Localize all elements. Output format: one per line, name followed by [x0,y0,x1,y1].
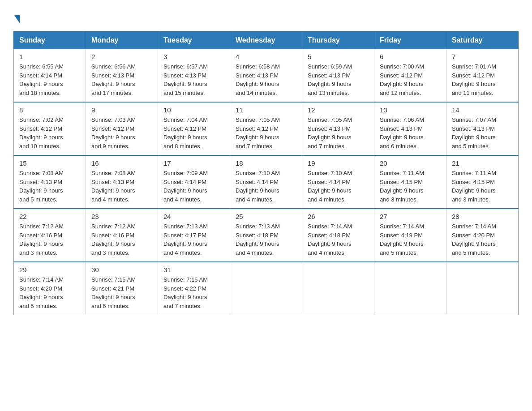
logo-triangle-icon [14,15,20,23]
day-info: Sunrise: 7:02 AMSunset: 4:12 PMDaylight:… [19,116,80,150]
day-number: 14 [452,106,513,114]
calendar-day-cell: 5 Sunrise: 6:59 AMSunset: 4:13 PMDayligh… [302,49,374,103]
calendar-day-cell: 4 Sunrise: 6:58 AMSunset: 4:13 PMDayligh… [230,49,302,103]
day-info: Sunrise: 6:58 AMSunset: 4:13 PMDaylight:… [236,62,296,97]
day-number: 21 [452,159,513,167]
day-number: 20 [380,159,441,167]
day-number: 5 [308,53,369,60]
calendar-day-cell: 13 Sunrise: 7:06 AMSunset: 4:13 PMDaylig… [374,102,446,155]
day-info: Sunrise: 7:10 AMSunset: 4:14 PMDaylight:… [236,169,296,204]
day-info: Sunrise: 7:14 AMSunset: 4:20 PMDaylight:… [19,275,80,310]
day-number: 16 [91,159,152,167]
calendar-day-cell: 9 Sunrise: 7:03 AMSunset: 4:12 PMDayligh… [86,102,158,155]
day-info: Sunrise: 7:15 AMSunset: 4:22 PMDaylight:… [163,275,224,310]
weekday-header-thursday: Thursday [302,32,374,49]
calendar-day-cell: 23 Sunrise: 7:12 AMSunset: 4:16 PMDaylig… [86,209,158,262]
day-info: Sunrise: 6:57 AMSunset: 4:13 PMDaylight:… [163,62,224,97]
day-number: 13 [380,106,441,114]
day-info: Sunrise: 7:10 AMSunset: 4:14 PMDaylight:… [308,169,369,204]
logo [13,14,20,23]
day-info: Sunrise: 7:11 AMSunset: 4:15 PMDaylight:… [380,169,441,204]
page-header [13,11,519,23]
calendar-day-cell: 2 Sunrise: 6:56 AMSunset: 4:13 PMDayligh… [86,49,158,103]
day-number: 1 [19,53,80,60]
calendar-day-cell: 29 Sunrise: 7:14 AMSunset: 4:20 PMDaylig… [14,262,86,315]
day-info: Sunrise: 7:13 AMSunset: 4:17 PMDaylight:… [163,222,224,257]
calendar-day-cell: 31 Sunrise: 7:15 AMSunset: 4:22 PMDaylig… [158,262,230,315]
day-number: 23 [91,213,152,220]
calendar-table: SundayMondayTuesdayWednesdayThursdayFrid… [13,31,519,315]
day-info: Sunrise: 7:11 AMSunset: 4:15 PMDaylight:… [452,169,513,204]
day-number: 19 [308,159,369,167]
calendar-day-cell: 22 Sunrise: 7:12 AMSunset: 4:16 PMDaylig… [14,209,86,262]
calendar-day-cell: 17 Sunrise: 7:09 AMSunset: 4:14 PMDaylig… [158,155,230,209]
day-number: 7 [452,53,513,60]
weekday-header-wednesday: Wednesday [230,32,302,49]
day-number: 10 [163,106,224,114]
day-number: 9 [91,106,152,114]
day-number: 12 [308,106,369,114]
calendar-day-cell: 1 Sunrise: 6:55 AMSunset: 4:14 PMDayligh… [14,49,86,103]
day-info: Sunrise: 6:56 AMSunset: 4:13 PMDaylight:… [91,62,152,97]
empty-day-cell [374,262,446,315]
weekday-header-monday: Monday [86,32,158,49]
calendar-day-cell: 10 Sunrise: 7:04 AMSunset: 4:12 PMDaylig… [158,102,230,155]
calendar-day-cell: 20 Sunrise: 7:11 AMSunset: 4:15 PMDaylig… [374,155,446,209]
weekday-header-friday: Friday [374,32,446,49]
day-number: 17 [163,159,224,167]
day-info: Sunrise: 6:59 AMSunset: 4:13 PMDaylight:… [308,62,369,97]
empty-day-cell [230,262,302,315]
empty-day-cell [446,262,519,315]
day-number: 31 [163,266,224,274]
calendar-day-cell: 6 Sunrise: 7:00 AMSunset: 4:12 PMDayligh… [374,49,446,103]
day-info: Sunrise: 7:06 AMSunset: 4:13 PMDaylight:… [380,116,441,150]
day-number: 11 [236,106,296,114]
calendar-day-cell: 30 Sunrise: 7:15 AMSunset: 4:21 PMDaylig… [86,262,158,315]
day-info: Sunrise: 7:08 AMSunset: 4:13 PMDaylight:… [19,169,80,204]
day-number: 2 [91,53,152,60]
day-number: 30 [91,266,152,274]
calendar-week-row: 1 Sunrise: 6:55 AMSunset: 4:14 PMDayligh… [14,49,519,103]
calendar-day-cell: 24 Sunrise: 7:13 AMSunset: 4:17 PMDaylig… [158,209,230,262]
calendar-day-cell: 28 Sunrise: 7:14 AMSunset: 4:20 PMDaylig… [446,209,519,262]
day-number: 3 [163,53,224,60]
day-info: Sunrise: 7:01 AMSunset: 4:12 PMDaylight:… [452,62,513,97]
day-number: 15 [19,159,80,167]
day-info: Sunrise: 7:14 AMSunset: 4:18 PMDaylight:… [308,222,369,257]
day-info: Sunrise: 7:04 AMSunset: 4:12 PMDaylight:… [163,116,224,150]
day-number: 6 [380,53,441,60]
day-info: Sunrise: 7:09 AMSunset: 4:14 PMDaylight:… [163,169,224,204]
calendar-day-cell: 3 Sunrise: 6:57 AMSunset: 4:13 PMDayligh… [158,49,230,103]
weekday-header-tuesday: Tuesday [158,32,230,49]
day-info: Sunrise: 7:15 AMSunset: 4:21 PMDaylight:… [91,275,152,310]
day-number: 25 [236,213,296,220]
day-info: Sunrise: 7:05 AMSunset: 4:13 PMDaylight:… [308,116,369,150]
calendar-week-row: 15 Sunrise: 7:08 AMSunset: 4:13 PMDaylig… [14,155,519,209]
calendar-day-cell: 21 Sunrise: 7:11 AMSunset: 4:15 PMDaylig… [446,155,519,209]
day-info: Sunrise: 7:03 AMSunset: 4:12 PMDaylight:… [91,116,152,150]
calendar-day-cell: 8 Sunrise: 7:02 AMSunset: 4:12 PMDayligh… [14,102,86,155]
calendar-day-cell: 12 Sunrise: 7:05 AMSunset: 4:13 PMDaylig… [302,102,374,155]
day-info: Sunrise: 7:05 AMSunset: 4:12 PMDaylight:… [236,116,296,150]
calendar-day-cell: 15 Sunrise: 7:08 AMSunset: 4:13 PMDaylig… [14,155,86,209]
day-info: Sunrise: 7:08 AMSunset: 4:13 PMDaylight:… [91,169,152,204]
day-number: 22 [19,213,80,220]
day-info: Sunrise: 7:07 AMSunset: 4:13 PMDaylight:… [452,116,513,150]
day-number: 28 [452,213,513,220]
day-info: Sunrise: 7:12 AMSunset: 4:16 PMDaylight:… [19,222,80,257]
day-number: 29 [19,266,80,274]
day-info: Sunrise: 7:14 AMSunset: 4:20 PMDaylight:… [452,222,513,257]
empty-day-cell [302,262,374,315]
calendar-day-cell: 14 Sunrise: 7:07 AMSunset: 4:13 PMDaylig… [446,102,519,155]
calendar-day-cell: 26 Sunrise: 7:14 AMSunset: 4:18 PMDaylig… [302,209,374,262]
day-number: 18 [236,159,296,167]
calendar-day-cell: 25 Sunrise: 7:13 AMSunset: 4:18 PMDaylig… [230,209,302,262]
calendar-day-cell: 19 Sunrise: 7:10 AMSunset: 4:14 PMDaylig… [302,155,374,209]
day-number: 24 [163,213,224,220]
calendar-day-cell: 18 Sunrise: 7:10 AMSunset: 4:14 PMDaylig… [230,155,302,209]
calendar-week-row: 22 Sunrise: 7:12 AMSunset: 4:16 PMDaylig… [14,209,519,262]
calendar-day-cell: 27 Sunrise: 7:14 AMSunset: 4:19 PMDaylig… [374,209,446,262]
day-number: 27 [380,213,441,220]
weekday-header-sunday: Sunday [14,32,86,49]
calendar-day-cell: 7 Sunrise: 7:01 AMSunset: 4:12 PMDayligh… [446,49,519,103]
